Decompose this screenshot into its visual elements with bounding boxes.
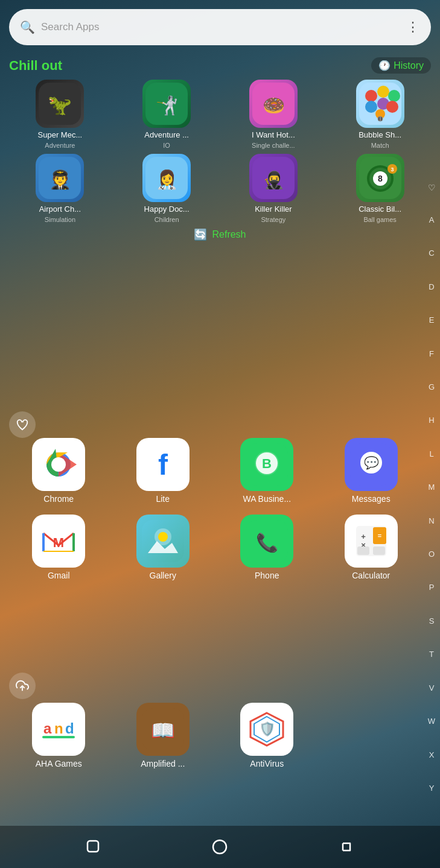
app-icon (32, 438, 85, 491)
alpha-v[interactable]: V (429, 683, 435, 694)
alpha-a[interactable]: A (429, 215, 435, 226)
alpha-x[interactable]: X (429, 750, 435, 761)
app-icon: 🛡️ (240, 703, 293, 756)
svg-text:🛡️: 🛡️ (259, 721, 276, 737)
app-fb-lite[interactable]: f Lite (113, 438, 213, 504)
app-name: Bubble Sh... (359, 130, 401, 139)
main-apps-section: Chrome f Lite B WA Busine... (9, 404, 421, 580)
app-name: I Want Hot... (252, 130, 295, 139)
app-category: Simulation (45, 216, 75, 223)
app-gallery[interactable]: Gallery (113, 515, 213, 580)
app-icon: 🦖 (36, 80, 84, 128)
home-button[interactable] (209, 836, 231, 858)
alpha-d[interactable]: D (429, 282, 434, 293)
main-apps-grid-row1: Chrome f Lite B WA Busine... (9, 438, 421, 504)
app-icon (356, 80, 404, 128)
chill-apps-grid-row2: 🧑‍✈️ Airport Ch... Simulation 👩‍⚕️ Happy… (9, 154, 431, 223)
app-gmail[interactable]: M Gmail (9, 515, 109, 580)
alpha-y[interactable]: Y (429, 783, 435, 794)
app-name: Messages (352, 494, 391, 504)
svg-point-8 (377, 86, 389, 98)
app-name: WA Busine... (243, 494, 291, 504)
alpha-l[interactable]: L (429, 449, 433, 460)
svg-text:💬: 💬 (363, 455, 378, 470)
app-category: Match (371, 142, 389, 149)
svg-text:8: 8 (378, 174, 383, 183)
svg-rect-69 (88, 841, 98, 852)
svg-point-10 (365, 101, 377, 113)
alpha-f[interactable]: F (429, 349, 434, 360)
app-killer-killer[interactable]: 🥷 Killer Killer Strategy (223, 154, 325, 223)
app-icon: f (136, 438, 190, 491)
alpha-h[interactable]: H (429, 415, 434, 426)
alpha-e[interactable]: E (429, 315, 435, 326)
svg-text:🍩: 🍩 (262, 95, 285, 116)
app-icon: 🤺 (142, 80, 191, 128)
app-name: Calculator (352, 571, 390, 580)
app-chrome[interactable]: Chrome (9, 438, 109, 504)
svg-text:d: d (65, 720, 74, 737)
alpha-heart[interactable]: ♡ (428, 183, 436, 192)
app-name: Super Mec... (38, 130, 83, 139)
alpha-o[interactable]: O (429, 549, 435, 560)
history-icon: 🕐 (378, 60, 391, 71)
app-wa-business[interactable]: B WA Busine... (217, 438, 317, 504)
svg-point-7 (365, 90, 377, 102)
app-messages[interactable]: 💬 Messages (322, 438, 421, 504)
alpha-c[interactable]: C (429, 248, 434, 259)
refresh-row[interactable]: 🔄 Refresh (9, 228, 431, 241)
back-button[interactable] (83, 836, 104, 858)
svg-text:🤺: 🤺 (156, 95, 179, 116)
svg-text:📖: 📖 (151, 719, 175, 742)
svg-rect-56 (373, 546, 385, 555)
app-category: Adventure (45, 142, 75, 149)
alpha-m[interactable]: M (429, 482, 435, 493)
app-antivirus[interactable]: 🛡️ AntiVirus (217, 703, 317, 768)
app-name: Adventure ... (144, 130, 189, 139)
navigation-bar (0, 826, 440, 868)
svg-text:n: n (54, 720, 63, 737)
app-icon: 8 3 (356, 154, 404, 202)
refresh-icon: 🔄 (194, 228, 207, 241)
svg-point-9 (388, 90, 400, 102)
app-i-want-hot[interactable]: 🍩 I Want Hot... Single challe... (223, 80, 325, 149)
search-bar[interactable]: 🔍 Search Apps ⋮ (9, 9, 431, 45)
app-happy-doc[interactable]: 👩‍⚕️ Happy Doc... Children (116, 154, 218, 223)
app-category: Children (155, 216, 179, 223)
svg-text:B: B (262, 456, 272, 471)
svg-text:M: M (53, 535, 64, 550)
app-name: AHA Games (36, 759, 82, 768)
app-icon: B (240, 438, 293, 491)
upload-icon-circle[interactable] (9, 673, 36, 699)
app-name: Phone (255, 571, 279, 580)
app-name: AntiVirus (250, 759, 284, 768)
alpha-s[interactable]: S (429, 616, 435, 627)
app-icon: 🍩 (249, 80, 298, 128)
more-options-icon[interactable]: ⋮ (406, 19, 420, 35)
alpha-g[interactable]: G (429, 382, 435, 393)
svg-text:🧑‍✈️: 🧑‍✈️ (49, 169, 72, 191)
app-aha-games[interactable]: a n d AHA Games (9, 703, 109, 768)
history-button[interactable]: 🕐 History (371, 57, 431, 74)
recents-button[interactable] (336, 836, 357, 858)
main-apps-grid-row2: M Gmail Gallery 📞 (9, 515, 421, 580)
app-bubble-sh[interactable]: Bubble Sh... Match (329, 80, 431, 149)
app-classic-bil[interactable]: 8 3 Classic Bil... Ball games (329, 154, 431, 223)
app-adventure[interactable]: 🤺 Adventure ... IO (116, 80, 218, 149)
app-icon: 💬 (345, 438, 398, 491)
app-super-mec[interactable]: 🦖 Super Mec... Adventure (9, 80, 111, 149)
app-name: Amplified ... (141, 759, 185, 768)
svg-point-45 (158, 532, 168, 542)
app-amplified[interactable]: 📖 Amplified ... (113, 703, 213, 768)
app-airport-ch[interactable]: 🧑‍✈️ Airport Ch... Simulation (9, 154, 111, 223)
app-phone[interactable]: 📞 Phone (217, 515, 317, 580)
app-calculator[interactable]: + × = Calculator (322, 515, 421, 580)
alpha-t[interactable]: T (429, 649, 434, 660)
svg-point-70 (213, 840, 226, 854)
app-icon: 🥷 (249, 154, 298, 202)
alpha-p[interactable]: P (429, 582, 435, 593)
chill-section: Chill out 🕐 History 🦖 Super Mec... Adven… (9, 57, 431, 249)
app-name: Gallery (150, 571, 176, 580)
alpha-n[interactable]: N (429, 516, 434, 527)
alpha-w[interactable]: W (428, 716, 435, 727)
